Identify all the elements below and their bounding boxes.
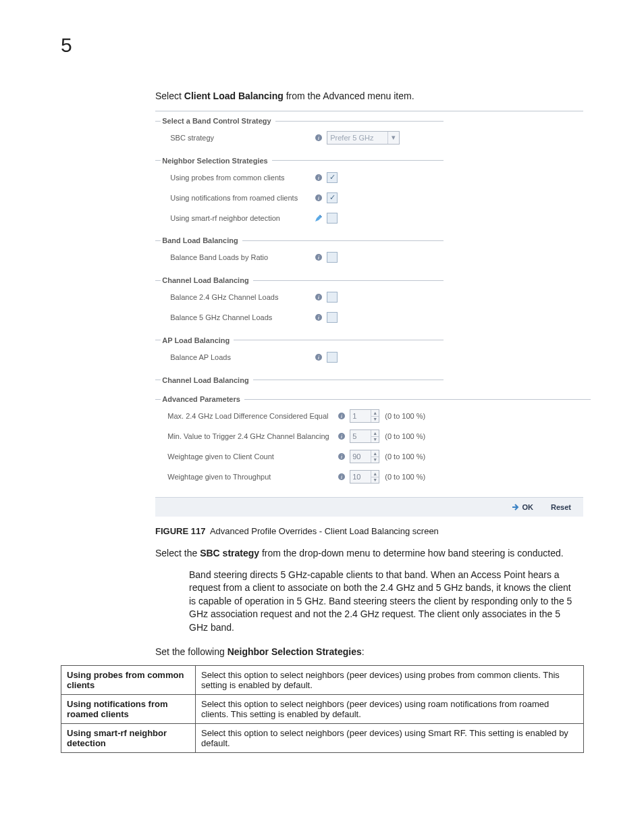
row-wclient: Weightage given to Client Count i ▲▼ (0 … <box>161 446 585 467</box>
section-advanced: Advanced Parameters Max. 2.4 GHz Load Di… <box>155 395 591 492</box>
range-min24: (0 to 100 %) <box>385 432 425 440</box>
label-wclient: Weightage given to Client Count <box>161 452 336 461</box>
label-notifs: Using notifications from roamed clients <box>161 194 315 202</box>
spinner-down-icon[interactable]: ▼ <box>371 457 379 463</box>
legend-channel-load: Channel Load Balancing <box>161 276 252 284</box>
input-min24[interactable] <box>350 430 371 442</box>
body-nss-prefix: Set the following <box>155 646 227 657</box>
body-nss-suffix: : <box>362 646 365 657</box>
body-sbc-bold: SBC strategy <box>200 548 259 558</box>
legend-band-control: Select a Band Control Strategy <box>161 117 275 125</box>
body-sbc: Select the SBC strategy from the drop-do… <box>155 547 583 561</box>
checkbox-smartrf[interactable] <box>327 213 338 224</box>
label-max24: Max. 2.4 GHz Load Difference Considered … <box>161 412 336 420</box>
spinner-wclient[interactable]: ▲▼ <box>350 450 379 463</box>
body-nss-bold: Neighbor Selection Strategies <box>227 646 362 657</box>
label-probes: Using probes from common clients <box>161 174 315 182</box>
figure-text: Advanced Profile Overrides - Client Load… <box>210 526 439 536</box>
input-wthrough[interactable] <box>350 471 371 483</box>
label-min24: Min. Value to Trigger 2.4 GHz Channel Ba… <box>161 432 336 440</box>
table-row: Using smart-rf neighbor detection Select… <box>61 724 584 753</box>
info-icon[interactable]: i <box>315 194 323 202</box>
chapter-number: 5 <box>61 34 583 57</box>
select-sbc-value: Prefer 5 GHz <box>327 134 376 142</box>
spinner-up-icon[interactable]: ▲ <box>371 410 379 416</box>
info-icon[interactable]: i <box>315 253 323 261</box>
range-wclient: (0 to 100 %) <box>385 452 425 461</box>
spinner-up-icon[interactable]: ▲ <box>371 471 379 477</box>
info-icon[interactable]: i <box>338 473 346 481</box>
section-band-load: Band Load Balancing Balance Band Loads b… <box>155 236 444 272</box>
top-separator <box>155 111 583 111</box>
term-probes: Using probes from common clients <box>61 666 196 695</box>
chevron-down-icon: ▾ <box>387 132 399 144</box>
row-wthrough: Weightage given to Throughput i ▲▼ (0 to… <box>161 467 585 487</box>
body-bandsteer: Band steering directs 5 GHz-capable clie… <box>189 569 576 635</box>
legend-neighbor: Neighbor Selection Strategies <box>161 157 271 165</box>
info-icon[interactable]: i <box>338 412 346 420</box>
label-ap: Balance AP Loads <box>161 353 315 361</box>
info-icon[interactable]: i <box>338 432 346 440</box>
checkbox-ratio[interactable] <box>327 252 338 263</box>
config-screenshot: Select a Band Control Strategy SBC strat… <box>155 111 583 517</box>
table-row: Using probes from common clients Select … <box>61 666 584 695</box>
spinner-down-icon[interactable]: ▼ <box>371 436 379 443</box>
row-ap: Balance AP Loads i <box>161 347 437 367</box>
checkbox-notifs[interactable]: ✓ <box>327 192 338 203</box>
info-icon[interactable]: i <box>338 452 346 461</box>
ok-label: OK <box>522 503 534 511</box>
info-icon[interactable]: i <box>315 313 323 321</box>
section-channel-load: Channel Load Balancing Balance 2.4 GHz C… <box>155 276 444 332</box>
intro-suffix: from the Advanced menu item. <box>284 90 414 101</box>
checkbox-probes[interactable]: ✓ <box>327 172 338 183</box>
checkbox-c5[interactable] <box>327 312 338 323</box>
row-ratio: Balance Band Loads by Ratio i <box>161 247 437 267</box>
label-c5: Balance 5 GHz Channel Loads <box>161 313 315 321</box>
body-nss: Set the following Neighbor Selection Str… <box>155 646 583 659</box>
figure-caption: FIGURE 117 Advanced Profile Overrides - … <box>155 526 583 536</box>
edit-icon[interactable] <box>315 214 323 222</box>
label-wthrough: Weightage given to Throughput <box>161 473 336 481</box>
spinner-up-icon[interactable]: ▲ <box>371 430 379 436</box>
button-bar: OK Reset <box>155 497 583 517</box>
row-sbc: SBC strategy i Prefer 5 GHz ▾ <box>161 128 437 148</box>
section-ap-load: AP Load Balancing Balance AP Loads i <box>155 336 444 372</box>
checkbox-c24[interactable] <box>327 292 338 303</box>
body-sbc-suffix: from the drop-down menu to determine how… <box>259 548 564 558</box>
body-sbc-prefix: Select the <box>155 548 200 558</box>
spinner-up-icon[interactable]: ▲ <box>371 450 379 457</box>
label-sbc: SBC strategy <box>161 134 315 142</box>
row-c5: Balance 5 GHz Channel Loads i <box>161 307 437 328</box>
range-max24: (0 to 100 %) <box>385 412 425 420</box>
term-notifs: Using notifications from roamed clients <box>61 695 196 724</box>
intro-text: Select Client Load Balancing from the Ad… <box>155 90 583 101</box>
ok-button[interactable]: OK <box>506 502 539 513</box>
row-max24: Max. 2.4 GHz Load Difference Considered … <box>161 406 585 426</box>
select-sbc[interactable]: Prefer 5 GHz ▾ <box>327 131 400 145</box>
desc-probes: Select this option to select neighbors (… <box>196 666 584 695</box>
row-c24: Balance 2.4 GHz Channel Loads i <box>161 287 437 307</box>
spinner-down-icon[interactable]: ▼ <box>371 416 379 423</box>
legend-band-load: Band Load Balancing <box>161 236 242 244</box>
reset-label: Reset <box>551 503 571 511</box>
info-icon[interactable]: i <box>315 174 323 182</box>
spinner-max24[interactable]: ▲▼ <box>350 409 379 423</box>
spinner-min24[interactable]: ▲▼ <box>350 429 379 443</box>
info-icon[interactable]: i <box>315 293 323 301</box>
reset-button[interactable]: Reset <box>545 502 576 513</box>
input-max24[interactable] <box>350 410 371 422</box>
spinner-wthrough[interactable]: ▲▼ <box>350 470 379 484</box>
legend-ap-load: AP Load Balancing <box>161 336 234 344</box>
info-icon[interactable]: i <box>315 353 323 361</box>
row-notifs: Using notifications from roamed clients … <box>161 188 437 208</box>
legend-channel-load-2: Channel Load Balancing <box>161 376 252 384</box>
desc-smartrf: Select this option to select neighbors (… <box>196 724 584 753</box>
row-smartrf: Using smart-rf neighbor detection <box>161 208 437 228</box>
section-channel-load-2: Channel Load Balancing <box>155 376 444 392</box>
input-wclient[interactable] <box>350 450 371 463</box>
info-icon[interactable]: i <box>315 134 323 142</box>
intro-bold: Client Load Balancing <box>184 90 284 101</box>
legend-advanced: Advanced Parameters <box>161 395 244 403</box>
spinner-down-icon[interactable]: ▼ <box>371 477 379 484</box>
checkbox-ap[interactable] <box>327 352 338 363</box>
